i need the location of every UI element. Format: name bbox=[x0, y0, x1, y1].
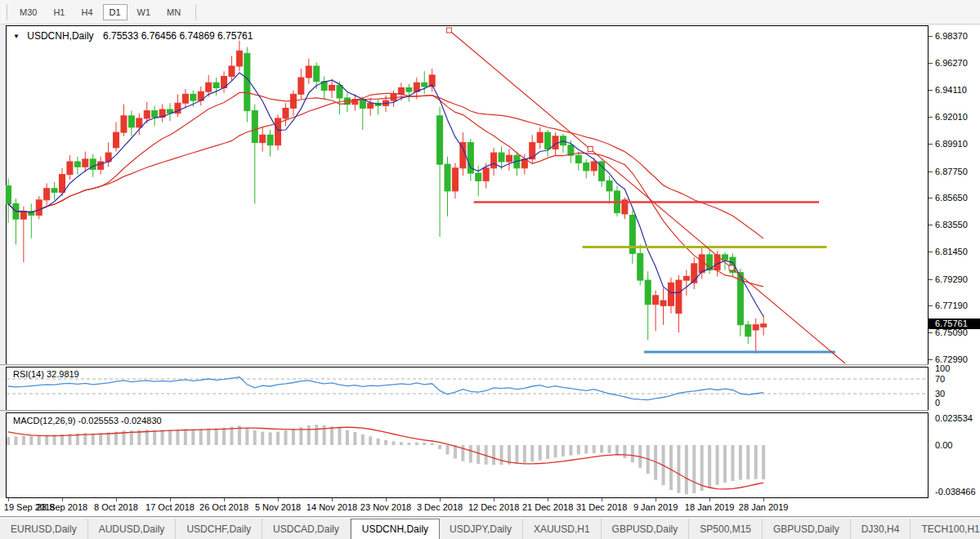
candle-body bbox=[591, 162, 597, 171]
chart-title: ▼ USDCNH,Daily 6.75533 6.76456 6.74869 6… bbox=[13, 30, 253, 42]
candle-body bbox=[437, 116, 443, 164]
rsi-indicator-canvas[interactable] bbox=[6, 367, 929, 411]
price-tick-label: 6.77190 bbox=[935, 301, 968, 310]
candle-body bbox=[51, 189, 57, 193]
price-tick-mark bbox=[929, 90, 933, 91]
candle-body bbox=[314, 66, 320, 82]
chart-tab-usdcnh-daily[interactable]: USDCNH,Daily bbox=[351, 519, 440, 539]
chart-tab-xauusd-h1[interactable]: XAUUSD,H1 bbox=[523, 519, 602, 539]
rsi-level-label: 70 bbox=[935, 374, 945, 384]
price-scale[interactable]: 6.983706.962706.941106.920106.899106.877… bbox=[929, 25, 980, 498]
candle-body bbox=[606, 180, 612, 190]
macd-histogram-bar bbox=[623, 445, 626, 458]
trendline-handle[interactable] bbox=[588, 146, 593, 151]
chart-tab-gbpusd-daily[interactable]: GBPUSD,Daily bbox=[763, 519, 851, 539]
price-tick-mark bbox=[929, 252, 933, 252]
macd-histogram-bar bbox=[584, 445, 588, 453]
date-tick-mark bbox=[224, 498, 225, 501]
macd-histogram-bar bbox=[22, 436, 25, 445]
macd-histogram-bar bbox=[215, 428, 218, 445]
macd-histogram-bar bbox=[38, 435, 41, 445]
macd-histogram-bar bbox=[369, 436, 372, 445]
candle-body bbox=[645, 280, 651, 305]
candle-body bbox=[36, 200, 42, 216]
date-tick-label: 26 Oct 2018 bbox=[195, 502, 253, 512]
date-tick-label: 28 Jan 2019 bbox=[735, 502, 792, 512]
price-tick-mark bbox=[929, 332, 933, 333]
date-tick-label: 28 Sep 2018 bbox=[34, 502, 91, 512]
macd-histogram-bar bbox=[253, 430, 257, 445]
chart-tab-sp500-m15[interactable]: SP500,M15 bbox=[689, 519, 763, 539]
candle-body bbox=[445, 164, 450, 191]
candle-body bbox=[229, 66, 235, 76]
chart-tab-usdchf-daily[interactable]: USDCHF,Daily bbox=[176, 519, 262, 539]
macd-histogram-bar bbox=[731, 445, 734, 481]
macd-level-label: -0.038466 bbox=[935, 487, 976, 497]
timeframe-button-m30[interactable]: M30 bbox=[13, 4, 43, 20]
candle-body bbox=[182, 94, 188, 103]
candle-body bbox=[676, 280, 682, 314]
chart-tab-tech100-h1[interactable]: TECH100,H1 bbox=[911, 519, 980, 539]
date-tick-mark bbox=[116, 498, 117, 501]
macd-histogram-bar bbox=[407, 443, 410, 445]
price-tick-label: 6.85650 bbox=[935, 193, 968, 203]
candle-body bbox=[722, 255, 727, 260]
macd-histogram-bar bbox=[307, 425, 311, 445]
macd-histogram-bar bbox=[423, 443, 426, 445]
macd-histogram-bar bbox=[269, 432, 272, 445]
timeframe-button-mn[interactable]: MN bbox=[160, 4, 187, 20]
candle-body bbox=[521, 159, 527, 168]
date-tick-mark bbox=[8, 498, 9, 501]
candle-body bbox=[306, 66, 311, 78]
date-tick-mark bbox=[170, 498, 171, 501]
chart-tab-audusd-daily[interactable]: AUDUSD,Daily bbox=[88, 519, 177, 539]
macd-histogram-bar bbox=[168, 430, 172, 445]
macd-histogram-bar bbox=[284, 430, 287, 445]
date-tick-mark bbox=[440, 498, 441, 501]
trendline-handle[interactable] bbox=[729, 265, 734, 270]
candle-body bbox=[267, 135, 273, 145]
candle-body bbox=[260, 135, 266, 142]
trendline-handle[interactable] bbox=[446, 28, 451, 33]
price-chart-canvas[interactable] bbox=[6, 25, 929, 365]
candle-body bbox=[638, 253, 643, 280]
timeframe-button-h1[interactable]: H1 bbox=[47, 4, 71, 20]
timeframe-button-d1[interactable]: D1 bbox=[103, 4, 128, 20]
timeframe-button-w1[interactable]: W1 bbox=[131, 4, 158, 20]
price-tick-label: 6.79290 bbox=[935, 274, 968, 284]
price-tick-label: 6.81450 bbox=[935, 247, 968, 256]
macd-histogram-bar bbox=[384, 440, 387, 445]
macd-values: -0.025553 -0.024830 bbox=[78, 416, 161, 425]
macd-histogram-bar bbox=[330, 426, 333, 445]
chart-tab-eurusd-daily[interactable]: EURUSD,Daily bbox=[0, 519, 88, 539]
candle-body bbox=[406, 88, 412, 92]
macd-histogram-bar bbox=[446, 445, 450, 454]
rsi-value: 32.9819 bbox=[47, 369, 79, 379]
macd-histogram-bar bbox=[191, 430, 195, 445]
time-scale[interactable]: 19 Sep 201828 Sep 20188 Oct 201817 Oct 2… bbox=[0, 498, 980, 516]
rsi-name: RSI(14) bbox=[13, 369, 44, 379]
price-tick-label: 6.89910 bbox=[935, 139, 968, 149]
macd-histogram-bar bbox=[723, 445, 727, 483]
price-panel-border bbox=[7, 26, 929, 365]
macd-histogram-bar bbox=[400, 442, 403, 445]
timeframe-button-h4[interactable]: H4 bbox=[74, 4, 99, 20]
date-tick-mark bbox=[386, 498, 387, 501]
chart-symbol-label: USDCNH,Daily bbox=[27, 30, 93, 42]
macd-histogram-bar bbox=[677, 445, 680, 493]
candle-body bbox=[252, 111, 257, 143]
date-tick-label: 21 Dec 2018 bbox=[519, 502, 576, 512]
macd-name: MACD(12,26,9) bbox=[13, 416, 75, 425]
chart-tab-gbpusd-daily[interactable]: GBPUSD,Daily bbox=[602, 519, 690, 539]
date-tick-label: 17 Oct 2018 bbox=[141, 502, 199, 512]
chart-tab-usdcad-daily[interactable]: USDCAD,Daily bbox=[262, 519, 351, 539]
candle-body bbox=[668, 283, 673, 305]
chart-tab-dj30-h4[interactable]: DJ30,H4 bbox=[851, 519, 911, 539]
candle-body bbox=[660, 301, 666, 305]
chart-tab-usdjpy-daily[interactable]: USDJPY,Daily bbox=[439, 519, 523, 539]
macd-histogram-bar bbox=[184, 430, 187, 445]
candle-body bbox=[368, 103, 374, 108]
symbol-dropdown-icon[interactable]: ▼ bbox=[13, 33, 20, 40]
toolbar-grip[interactable] bbox=[2, 4, 7, 20]
date-tick-label: 9 Jan 2019 bbox=[627, 502, 684, 512]
